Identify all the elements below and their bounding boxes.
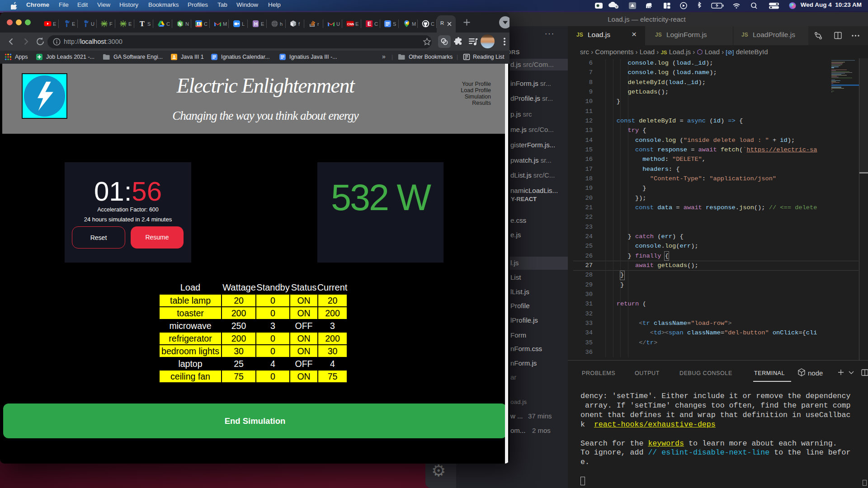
- svg-text:E: E: [368, 21, 371, 27]
- svg-text:N: N: [179, 22, 182, 27]
- svg-text:T: T: [140, 20, 145, 28]
- svg-text:CNN: CNN: [347, 22, 354, 26]
- svg-text:4: 4: [198, 22, 200, 26]
- svg-text:H: H: [254, 21, 258, 27]
